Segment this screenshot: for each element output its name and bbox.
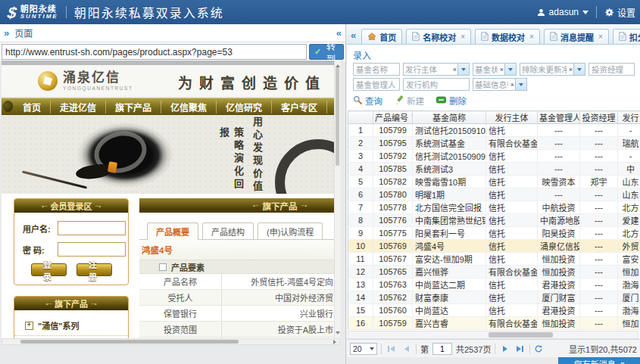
table-row[interactable]: 4105785系统测试3信托------中	[348, 163, 640, 176]
site-nav-item[interactable]: 旗下产品	[106, 101, 161, 114]
dropdown-arrow-icon[interactable]	[515, 79, 526, 90]
product-tab[interactable]: 产品概要	[147, 222, 198, 240]
scroll-up-arrow[interactable]	[336, 62, 340, 67]
login-button[interactable]: 登 录	[31, 263, 67, 276]
page-number-input[interactable]	[432, 343, 452, 355]
filter-combo-input[interactable]	[473, 65, 499, 74]
product-tab[interactable]: (申)认购流程	[258, 222, 323, 240]
table-row[interactable]: 15105760中尚蓝达信托君港投资---渤海	[348, 304, 640, 317]
expand-left-icon[interactable]: »	[4, 28, 9, 38]
table-row[interactable]: 10105769鸿盛4号信托涌泉亿信投资---外贸	[348, 240, 640, 253]
table-row[interactable]: 5105782映雪霜雪10期信托映雪资本郑宇山东	[348, 176, 640, 188]
tab-scroll-left-icon[interactable]: «	[351, 30, 356, 41]
page-size-select[interactable]: 20	[350, 343, 377, 355]
table-row[interactable]: 1105799测试信托20150910信托-------	[348, 124, 640, 137]
site-nav-item[interactable]: 客户专区	[272, 101, 327, 114]
column-header[interactable]	[348, 111, 373, 124]
search-button[interactable]: 查询	[353, 95, 382, 107]
col-name[interactable]: 系统测试基金	[413, 137, 486, 150]
col-name[interactable]: 明曜1期	[413, 188, 486, 201]
grid-horizontal-scrollbar[interactable]	[348, 331, 638, 339]
go-button[interactable]: ✓ 转到	[309, 44, 344, 60]
last-page-button[interactable]	[514, 344, 526, 354]
register-button[interactable]: 注 册	[76, 263, 112, 276]
filter-combo[interactable]: ×	[520, 63, 585, 76]
clear-filter-icon[interactable]: ×	[499, 66, 504, 73]
scroll-down-arrow[interactable]	[336, 331, 340, 337]
col-name[interactable]: 财富泰康	[413, 291, 486, 304]
previous-page-button[interactable]	[401, 344, 412, 354]
col-name[interactable]: 富安达-恒加9期	[413, 253, 486, 266]
col-name[interactable]: 鸿盛4号	[413, 240, 486, 253]
column-header[interactable]: 投资经理	[580, 111, 618, 124]
url-input[interactable]	[2, 44, 307, 60]
col-name[interactable]: 嘉兴恒骅	[413, 266, 486, 278]
new-message-bar[interactable]: 您有新消息 »	[558, 357, 640, 364]
filter-combo-input[interactable]	[404, 65, 452, 74]
clear-filter-icon[interactable]: ×	[568, 66, 573, 73]
pencil-button[interactable]: 新建	[395, 95, 424, 107]
username-field[interactable]	[58, 221, 126, 235]
filter-combo[interactable]: ×	[473, 63, 517, 76]
column-header[interactable]: 产品编号	[373, 111, 413, 124]
scrollbar-thumb[interactable]	[489, 332, 553, 338]
column-header[interactable]: 基金管理人	[538, 111, 580, 124]
tree-item[interactable]: +"涌信"系列	[14, 316, 128, 336]
site-nav-item[interactable]: 亿信研究	[217, 101, 272, 114]
column-header[interactable]: 基金简称	[413, 111, 486, 124]
browser-vertical-scrollbar[interactable]	[334, 61, 340, 338]
workspace-tab[interactable]: 消息提醒×	[544, 29, 609, 44]
col-name[interactable]: 信托测试20150909	[413, 150, 486, 163]
checkbox-icon[interactable]	[159, 263, 167, 271]
col-name[interactable]: 系统测试3	[413, 163, 486, 176]
user-menu[interactable]: adasun	[537, 7, 588, 17]
workspace-tab[interactable]: 扣分绩效统计×	[613, 29, 640, 44]
first-page-button[interactable]	[386, 344, 397, 354]
filter-combo-input[interactable]	[520, 65, 568, 74]
column-header[interactable]: 发行	[618, 111, 640, 124]
next-page-button[interactable]	[499, 344, 510, 354]
tree-expand-icon[interactable]: +	[25, 322, 33, 330]
filter-input[interactable]	[353, 63, 400, 76]
col-name[interactable]: 中尚蓝达二期	[413, 278, 486, 291]
password-field[interactable]	[58, 242, 126, 257]
col-name[interactable]: 北方国信完全回报	[413, 201, 486, 214]
clear-filter-icon[interactable]: ×	[510, 81, 515, 89]
scroll-right-arrow[interactable]	[333, 340, 339, 344]
dropdown-arrow-icon[interactable]	[504, 64, 516, 75]
site-nav-item[interactable]: 亿信聚焦	[161, 101, 217, 114]
table-row[interactable]: 3105792信托测试20150909信托-------	[348, 150, 640, 163]
site-nav-item[interactable]: 专业理财	[327, 101, 334, 114]
filter-combo[interactable]: ×	[473, 78, 527, 91]
delete-button[interactable]: 删除	[436, 95, 467, 107]
table-row[interactable]: 14105762财富泰康信托厦门财富---厦门	[348, 291, 640, 304]
close-tab-icon[interactable]: ×	[598, 33, 603, 41]
col-name[interactable]: 嘉兴吉睿	[413, 317, 486, 330]
filter-input[interactable]	[588, 63, 635, 76]
dropdown-arrow-icon[interactable]	[457, 64, 469, 75]
table-row[interactable]: 6105780明曜1期信托------山东	[348, 188, 640, 201]
table-row[interactable]: 16105759嘉兴吉睿有限合伙基金恒加投资---恒加	[348, 317, 640, 330]
table-row[interactable]: 8105776中南集团常熟世纪锦城信托中南源地股权投资---爱建	[348, 214, 640, 227]
filter-combo[interactable]: ×	[403, 63, 470, 76]
scrollbar-thumb[interactable]	[336, 67, 339, 166]
column-header[interactable]: 发行主体	[486, 111, 538, 124]
close-tab-icon[interactable]: ×	[529, 33, 534, 41]
site-nav-item[interactable]: 首页	[14, 101, 51, 114]
table-row[interactable]: 7105778北方国信完全回报信托中航投资---北方	[348, 201, 640, 214]
browser-horizontal-scrollbar[interactable]	[2, 338, 340, 345]
settings-button[interactable]: 设置	[604, 6, 640, 19]
reload-icon[interactable]	[534, 344, 543, 353]
table-row[interactable]: 9105775阳昊套利一号信托阳昊投资---北方	[348, 227, 640, 240]
site-nav-item[interactable]: 走进亿信	[51, 101, 106, 114]
site-logo[interactable]: 涌泉亿信 YONGQUANENTRUST	[38, 71, 133, 91]
table-row[interactable]: 11105767富安达-恒加9期信托恒加投资---富安	[348, 253, 640, 266]
product-tab[interactable]: 产品结构	[202, 222, 254, 240]
scrollbar-thumb[interactable]	[20, 340, 239, 344]
workspace-tab[interactable]: 名称校对×	[406, 29, 471, 44]
table-row[interactable]: 2105795系统测试基金有限合伙基金------瑞航	[348, 137, 640, 150]
workspace-tab[interactable]: 数据校对×	[475, 29, 540, 44]
close-tab-icon[interactable]: ×	[460, 33, 465, 41]
collapse-right-icon[interactable]: «	[336, 28, 342, 38]
filter-input[interactable]	[353, 78, 400, 91]
